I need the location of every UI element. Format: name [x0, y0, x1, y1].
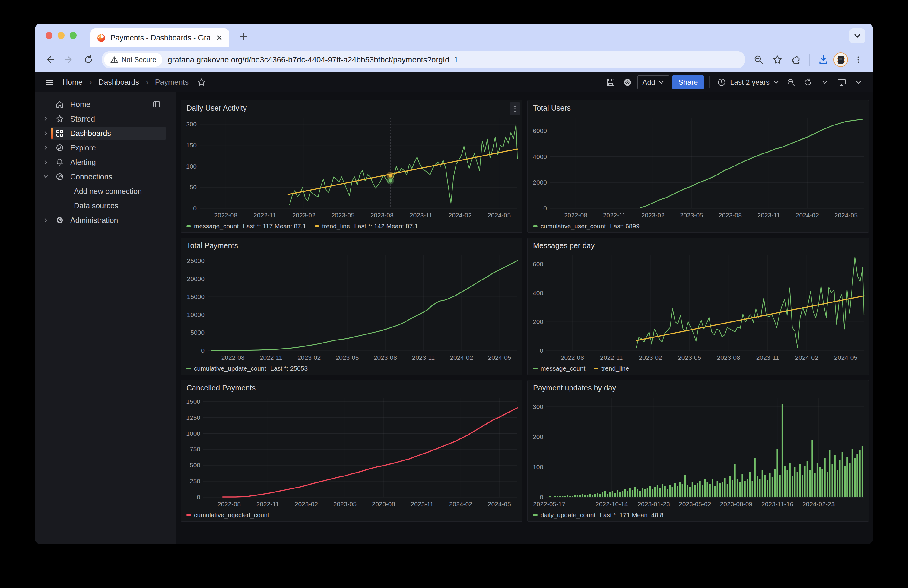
download-icon[interactable]: [815, 51, 832, 68]
svg-text:25000: 25000: [187, 257, 204, 264]
svg-text:0: 0: [193, 205, 197, 212]
browser-tab[interactable]: Payments - Dashboards - Gra: [90, 28, 229, 47]
svg-text:200: 200: [533, 433, 543, 440]
forward-button[interactable]: [61, 51, 77, 68]
sidebar-item-connections[interactable]: Connections: [51, 170, 166, 183]
sidebar-item-explore[interactable]: Explore: [51, 141, 166, 154]
bookmark-star-icon[interactable]: [769, 51, 786, 68]
legend-item[interactable]: trend_line: [594, 365, 629, 372]
panel-cancelled-payments[interactable]: Cancelled Payments 2022-082022-112023-02…: [181, 380, 522, 522]
mega-menu-toggle[interactable]: [42, 76, 56, 89]
breadcrumb-home[interactable]: Home: [61, 78, 84, 87]
back-button[interactable]: [41, 51, 58, 68]
sidebar-item-starred[interactable]: Starred: [51, 112, 166, 125]
svg-text:2022-10-14: 2022-10-14: [596, 501, 628, 508]
address-bar[interactable]: Not Secure grafana.grakovne.org/d/be3c43…: [101, 51, 745, 69]
panel-title[interactable]: Total Users: [528, 100, 869, 114]
refresh-icon[interactable]: [801, 76, 815, 89]
collapse-nav-chevron-icon[interactable]: [852, 76, 866, 89]
panel-payment-updates-by-day[interactable]: Payment updates by day 2022-05-172022-10…: [527, 380, 869, 522]
svg-text:2024-05: 2024-05: [834, 354, 857, 361]
minimize-window-button[interactable]: [58, 32, 64, 39]
panel-title[interactable]: Daily User Activity: [181, 100, 522, 114]
panel-messages-per-day[interactable]: Messages per day 2022-082022-112023-0220…: [527, 238, 869, 375]
expand-chevron-icon[interactable]: [41, 130, 51, 136]
panel-total-users[interactable]: Total Users 2022-082022-112023-022023-05…: [527, 100, 869, 233]
reload-button[interactable]: [80, 51, 97, 68]
panel-title[interactable]: Total Payments: [181, 238, 522, 252]
panel-menu-icon[interactable]: [509, 102, 520, 116]
zoom-out-time-icon[interactable]: [784, 76, 798, 89]
svg-text:2022-05-17: 2022-05-17: [533, 501, 565, 508]
tab-close-icon[interactable]: [216, 34, 223, 42]
favorite-star-icon[interactable]: [195, 76, 208, 89]
share-button[interactable]: Share: [672, 76, 704, 89]
svg-text:200: 200: [186, 120, 197, 127]
legend-item[interactable]: daily_update_countLast *: 171 Mean: 48.8: [533, 511, 663, 519]
svg-text:2024-02-23: 2024-02-23: [802, 501, 835, 508]
tab-search-button[interactable]: [849, 28, 866, 43]
svg-text:2023-05: 2023-05: [680, 212, 703, 218]
sidebar-item-administration[interactable]: Administration: [51, 214, 166, 227]
window-controls: [45, 32, 77, 39]
grafana-app: Home › Dashboards › Payments Add: [35, 72, 873, 544]
collapse-chevron-icon[interactable]: [41, 174, 51, 180]
dock-sidebar-icon[interactable]: [152, 100, 161, 110]
browser-menu-icon[interactable]: [850, 51, 867, 68]
svg-text:2023-02: 2023-02: [641, 212, 665, 218]
legend-item[interactable]: message_countLast *: 117 Mean: 87.1: [187, 223, 306, 230]
panel-title[interactable]: Messages per day: [528, 238, 869, 252]
svg-text:2022-11: 2022-11: [253, 212, 276, 218]
time-range-picker[interactable]: Last 2 years: [715, 77, 781, 87]
save-dashboard-icon[interactable]: [604, 76, 618, 89]
tab-strip: Payments - Dashboards - Gra: [35, 24, 873, 47]
svg-text:300: 300: [533, 403, 543, 410]
expand-chevron-icon[interactable]: [41, 217, 51, 223]
svg-text:2000: 2000: [533, 179, 547, 186]
zoom-icon[interactable]: [750, 51, 767, 68]
not-secure-chip[interactable]: Not Secure: [104, 53, 162, 67]
sidebar-item-home[interactable]: Home: [51, 98, 166, 111]
legend-item[interactable]: trend_lineLast *: 142 Mean: 87.1: [315, 223, 418, 230]
sidebar-item-alerting[interactable]: Alerting: [51, 156, 166, 169]
chart-area[interactable]: 2022-082022-112023-022023-052023-082023-…: [181, 252, 522, 362]
chart-area[interactable]: 2022-082022-112023-022023-052023-082023-…: [181, 394, 522, 509]
close-window-button[interactable]: [45, 32, 53, 39]
panel-total-payments[interactable]: Total Payments 2022-082022-112023-022023…: [181, 238, 522, 375]
sidebar-item-add-new-connection[interactable]: Add new connection: [51, 185, 166, 198]
dashboard-settings-icon[interactable]: [620, 76, 634, 89]
expand-chevron-icon[interactable]: [41, 159, 51, 165]
svg-text:250: 250: [190, 478, 200, 485]
svg-text:2024-02: 2024-02: [796, 212, 819, 218]
legend-item[interactable]: cumulative_user_countLast: 6899: [533, 223, 639, 230]
legend-item[interactable]: cumulative_rejected_count: [187, 511, 269, 519]
maximize-window-button[interactable]: [70, 32, 77, 39]
panel-title[interactable]: Payment updates by day: [528, 380, 869, 394]
legend-item[interactable]: cumulative_update_countLast *: 25053: [187, 365, 308, 372]
panel-daily-user-activity[interactable]: Daily User Activity 2022-082022-112023-0…: [181, 100, 522, 233]
chart-area[interactable]: 2022-082022-112023-022023-052023-082023-…: [528, 114, 869, 220]
expand-chevron-icon[interactable]: [41, 116, 51, 122]
expand-chevron-icon[interactable]: [41, 145, 51, 151]
legend-item[interactable]: message_count: [533, 365, 585, 372]
svg-text:2023-11: 2023-11: [412, 354, 435, 361]
chart-area[interactable]: 2022-05-172022-10-142023-01-232023-05-02…: [528, 394, 869, 509]
chart-area[interactable]: 2022-082022-112023-022023-052023-082023-…: [181, 114, 522, 220]
breadcrumb-dashboards[interactable]: Dashboards: [97, 78, 141, 87]
breadcrumb-separator: ›: [89, 77, 93, 87]
add-button[interactable]: Add: [638, 76, 670, 89]
svg-text:500: 500: [190, 462, 200, 469]
new-tab-button[interactable]: [237, 31, 250, 43]
sidebar-item-data-sources[interactable]: Data sources: [51, 199, 166, 212]
toolbar-separator: [809, 54, 810, 66]
extensions-icon[interactable]: [788, 51, 805, 68]
sidebar-item-dashboards[interactable]: Dashboards: [51, 127, 166, 140]
profile-avatar[interactable]: [834, 53, 848, 67]
chart-area[interactable]: 2022-082022-112023-022023-052023-082023-…: [528, 252, 869, 362]
nav-separator: [709, 76, 710, 88]
kiosk-mode-icon[interactable]: [835, 76, 848, 89]
panel-title[interactable]: Cancelled Payments: [181, 380, 522, 394]
svg-text:200: 200: [533, 318, 543, 325]
svg-text:2023-08: 2023-08: [718, 212, 742, 218]
refresh-interval-chevron-icon[interactable]: [818, 76, 832, 89]
